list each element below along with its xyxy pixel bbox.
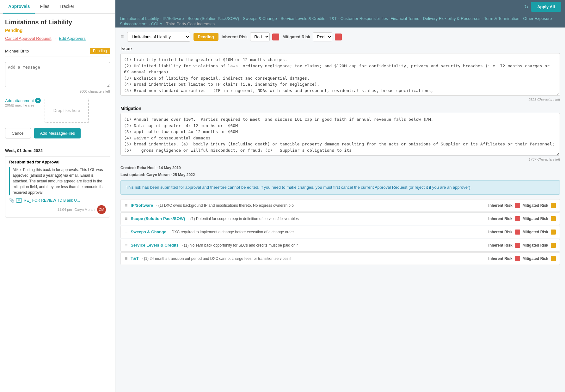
- inherent-mini-label-scope: Inherent Risk: [488, 217, 513, 221]
- tab-files[interactable]: Files: [35, 0, 54, 14]
- risk-row-scope[interactable]: ≡ Scope (Solution Pack/SOW) · (1) Potent…: [120, 212, 560, 225]
- nav-link-term[interactable]: Term & Termination: [484, 16, 519, 21]
- avatar: CM: [97, 205, 106, 214]
- tabs-header: Approvals Files Tracker: [0, 0, 115, 14]
- drag-handle-slc: ≡: [125, 242, 127, 248]
- message-textarea[interactable]: [5, 62, 110, 87]
- top-bar: ↻ Apply All: [115, 0, 565, 14]
- inherent-mini-label-tt: Inherent Risk: [488, 256, 513, 261]
- timeline-card-title: Resubmitted for Approval: [9, 160, 106, 164]
- drag-handle-ip: ≡: [125, 203, 127, 208]
- inherent-mini-label-sweeps: Inherent Risk: [488, 230, 513, 234]
- mitigation-textarea[interactable]: (1) Annual revenue over $10M. Parties re…: [120, 113, 560, 156]
- cancel-button[interactable]: Cancel: [5, 128, 31, 138]
- mitigation-chars-left: 1767 Characters left: [120, 157, 560, 161]
- drop-zone[interactable]: Drop files here: [45, 98, 89, 123]
- nav-link-ip[interactable]: IP/Software: [163, 16, 184, 21]
- tab-tracker[interactable]: Tracker: [54, 0, 79, 14]
- message-char-count: 2000 characters left: [5, 89, 110, 93]
- mitigated-mini-label-tt: Mitigated Risk: [523, 256, 548, 261]
- inherent-mini-label-ip: Inherent Risk: [488, 203, 513, 208]
- risk-row-sweeps[interactable]: ≡ Sweeps & Change · DXC required to impl…: [120, 226, 560, 238]
- inherent-risk-indicator: [272, 34, 279, 40]
- drag-handle-tt: ≡: [125, 256, 127, 261]
- status-badge-main: Pending: [193, 33, 218, 41]
- nav-link-lol[interactable]: Limitations of Liability: [120, 16, 159, 21]
- risk-desc-ip: · (1) DXC owns background IP and modific…: [156, 203, 485, 208]
- risk-right-slc: Inherent Risk Mitigated Risk: [488, 243, 556, 248]
- nav-link-thirdparty[interactable]: Third Party Cost Increases: [166, 21, 215, 26]
- nav-link-tt[interactable]: T&T: [329, 16, 337, 21]
- drag-handle-sweeps: ≡: [125, 229, 127, 235]
- apply-all-button[interactable]: Apply All: [531, 2, 561, 12]
- risk-title-ip: IP/Software: [131, 203, 153, 208]
- paperclip-icon: 📎: [9, 198, 14, 203]
- add-attachment-label[interactable]: Add attachment +: [5, 98, 41, 103]
- timeline-author: Caryn Moran: [74, 208, 95, 211]
- risk-row-tt[interactable]: ≡ T&T · (1) 24 months transition out per…: [120, 252, 560, 265]
- risk-row-slc[interactable]: ≡ Service Levels & Credits · (1) No earn…: [120, 239, 560, 252]
- section-select[interactable]: Limitations of Liability: [127, 32, 190, 42]
- approver-name: Michael Brito: [5, 49, 29, 53]
- mitigated-risk-group: Mitigated Risk Red: [282, 32, 342, 41]
- status-label: Pending: [5, 28, 110, 33]
- timeline-card-body: Mike- Putting this back in for approvals…: [9, 167, 106, 195]
- issue-textarea[interactable]: (1) Liability limited to the greater of …: [120, 53, 560, 96]
- nav-link-slc[interactable]: Service Levels & Credits: [280, 16, 325, 21]
- mitigated-mini-label-ip: Mitigated Risk: [523, 203, 548, 208]
- mitigated-risk-indicator: [335, 34, 342, 40]
- panel-title: Limitations of Liability: [5, 19, 110, 26]
- left-panel: Approvals Files Tracker Limitations of L…: [0, 0, 115, 392]
- mitigated-mini-label-sweeps: Mitigated Risk: [523, 230, 548, 234]
- approver-row: Michael Brito Pending: [5, 45, 110, 57]
- nav-link-other[interactable]: Other Exposure: [523, 16, 552, 21]
- nav-link-cola[interactable]: COLA: [151, 21, 162, 26]
- mitigation-label: Mitigation: [120, 106, 560, 111]
- left-content: Limitations of Liability Pending Cancel …: [0, 14, 115, 392]
- meta-updated: Last updated: Caryn Moran · 25 May 2022: [120, 173, 560, 177]
- risk-title-slc: Service Levels & Credits: [131, 243, 179, 248]
- message-section: 2000 characters left: [5, 62, 110, 93]
- issue-chars-left: 2328 Characters left: [120, 98, 560, 101]
- tab-approvals[interactable]: Approvals: [3, 0, 35, 14]
- issue-header-row: ≡ Limitations of Liability Pending Inher…: [120, 32, 560, 42]
- inherent-mini-dot-tt: [515, 256, 520, 261]
- approver-status-badge: Pending: [90, 48, 110, 54]
- risk-desc-sweeps: · DXC required to implement a change bef…: [169, 230, 485, 234]
- add-attachment-icon: +: [35, 98, 41, 103]
- risk-right-sweeps: Inherent Risk Mitigated Risk: [488, 230, 556, 235]
- risk-right-tt: Inherent Risk Mitigated Risk: [488, 256, 556, 261]
- drag-handle-scope: ≡: [125, 216, 127, 222]
- nav-link-sub[interactable]: Subcontractors: [120, 21, 147, 26]
- nav-link-scope[interactable]: Scope (Solution Pack/SOW): [187, 16, 239, 21]
- nav-link-financial[interactable]: Financial Terms: [390, 16, 419, 21]
- nav-link-customer[interactable]: Customer Responsibilities: [341, 16, 388, 21]
- risk-desc-slc: · (1) No earn back opportunity for SLCs …: [182, 243, 485, 248]
- mitigated-mini-dot-scope: [551, 216, 556, 221]
- attachment-section: Add attachment + 20MB max file size Drop…: [5, 98, 110, 123]
- refresh-icon[interactable]: ↻: [524, 4, 528, 10]
- inherent-mini-label-slc: Inherent Risk: [488, 243, 513, 248]
- edit-approvers-link[interactable]: Edit Approvers: [59, 36, 86, 41]
- nav-link-sweeps[interactable]: Sweeps & Change: [243, 16, 277, 21]
- add-message-button[interactable]: Add Message/Files: [34, 128, 81, 138]
- risk-list: ≡ IP/Software · (1) DXC owns background …: [120, 199, 560, 265]
- inherent-mini-dot-scope: [515, 216, 520, 221]
- email-icon: ✉: [16, 198, 22, 203]
- mitigated-mini-dot-ip: [551, 203, 556, 208]
- email-attachment-link[interactable]: 📎 ✉ RE_ FOR REVIEW TD B ank U...: [9, 198, 106, 203]
- inherent-risk-select[interactable]: Red: [250, 32, 270, 41]
- timeline-date: Wed., 01 June 2022: [5, 148, 110, 153]
- timeline-section: Wed., 01 June 2022 Resubmitted for Appro…: [5, 145, 110, 217]
- inherent-risk-label: Inherent Risk: [222, 34, 248, 39]
- meta-created: Created: Reba Noel · 14 May 2019: [120, 166, 560, 170]
- mitigated-mini-label-slc: Mitigated Risk: [523, 243, 548, 248]
- risk-desc-scope: · (1) Potential for scope creep in defin…: [188, 217, 485, 221]
- risk-row-ip[interactable]: ≡ IP/Software · (1) DXC owns background …: [120, 199, 560, 212]
- risk-title-scope: Scope (Solution Pack/SOW): [131, 216, 185, 221]
- mitigated-risk-select[interactable]: Red: [313, 32, 332, 41]
- nav-link-delivery[interactable]: Delivery Flexibility & Resources: [423, 16, 480, 21]
- risk-desc-tt: · (1) 24 months transition out period an…: [142, 256, 485, 261]
- inherent-mini-dot-sweeps: [515, 230, 520, 235]
- cancel-approval-link[interactable]: Cancel Approval Request: [5, 36, 52, 41]
